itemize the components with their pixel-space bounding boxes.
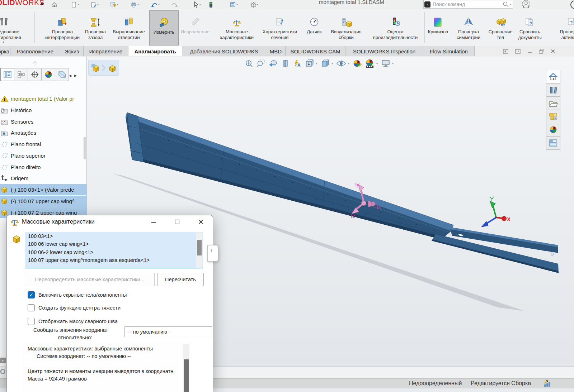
coordinate-system-combobox[interactable]: -- по умолчанию -- — [124, 326, 212, 337]
include-hidden-checkbox[interactable]: ✓ — [28, 291, 35, 298]
tab-solidworks-inspection[interactable]: SOLIDWORKS Inspection — [345, 46, 423, 56]
tab-sketch[interactable]: Эскиз — [60, 46, 84, 56]
zoom-area-icon[interactable] — [257, 59, 265, 68]
ribbon-button-sensor[interactable]: Датчик — [303, 10, 325, 45]
hide-show-caret-icon[interactable]: ▾ — [348, 62, 349, 65]
dimxpert-manager-tab-icon[interactable] — [55, 68, 69, 81]
menu-expand-icon[interactable]: ▶ — [41, 1, 44, 6]
task-pane-home-tab[interactable] — [546, 70, 560, 83]
selected-components-list[interactable]: 100 03<1> 100 06 lower cap wing<1> 100 0… — [25, 232, 203, 268]
selection-breadcrumbs[interactable] — [88, 60, 119, 76]
tab-flow-simulation[interactable]: Flow Simulation — [423, 46, 475, 56]
include-hidden-label[interactable]: Включить скрытые тела/компоненты — [38, 292, 127, 298]
file-properties-icon[interactable] — [229, 1, 237, 9]
dock-left-icon[interactable] — [501, 47, 510, 55]
design-study-caret-icon[interactable]: ▾ — [0, 40, 35, 44]
dialog-maximize-icon[interactable] — [171, 217, 183, 227]
command-search[interactable]: › Поиск команд ▾ — [423, 0, 513, 9]
component-list-item[interactable]: 100 06-2 lower cap wing<1> — [25, 248, 203, 257]
ribbon-button-symmetry-check[interactable]: Проверкасимметрии — [452, 10, 485, 45]
undo-caret-icon[interactable]: ▾ — [158, 3, 160, 6]
ribbon-button-mass-properties[interactable]: Массовыехарактеристики — [215, 10, 258, 45]
previous-view-icon[interactable] — [268, 59, 278, 68]
undo-icon[interactable] — [151, 1, 159, 9]
section-view-icon[interactable] — [281, 59, 290, 68]
view-settings-icon[interactable] — [381, 59, 390, 68]
ribbon-button-check-active-document[interactable]: ? Проверитьактивный — [548, 10, 574, 45]
print-icon[interactable] — [130, 1, 138, 9]
task-pane-file-explorer-tab[interactable] — [546, 110, 560, 123]
print-caret-icon[interactable]: ▾ — [137, 3, 139, 6]
close-icon[interactable]: ✕ — [548, 47, 557, 55]
new-document-icon[interactable] — [70, 1, 78, 9]
display-style-caret-icon[interactable]: ▾ — [331, 62, 333, 65]
tree-item-history[interactable]: Histórico — [0, 105, 86, 116]
tab-solidworks-cam[interactable]: SOLIDWORKS CAM — [285, 46, 345, 56]
select-pointer-icon[interactable] — [192, 1, 200, 9]
tree-item-component-100-07[interactable]: (-) 100 07 upper cap wing^ — [0, 196, 86, 207]
ribbon-button-compare-bodies[interactable]: =? Сравнениетел — [485, 10, 516, 45]
task-pane-design-library-tab[interactable] — [546, 96, 560, 110]
redo-icon[interactable] — [170, 1, 178, 9]
component-list-item[interactable]: 100 07 upper cap wing^montagem asa esque… — [25, 257, 203, 265]
view-orientation-icon[interactable] — [305, 59, 314, 68]
search-input[interactable]: Поиск команд — [433, 1, 503, 7]
open-caret-icon[interactable]: ▾ — [97, 3, 99, 6]
tab-solidworks-addins[interactable]: Добавления SOLIDWORKS — [182, 46, 266, 56]
options-caret-icon[interactable]: ▾ — [257, 3, 258, 6]
view-orientation-caret-icon[interactable]: ▾ — [316, 62, 317, 65]
restore-icon[interactable] — [537, 47, 546, 55]
feature-tree-tab-icon[interactable] — [0, 68, 14, 81]
task-pane-resources-tab[interactable] — [546, 83, 560, 97]
tab-assembly[interactable]: Сборка — [0, 46, 10, 56]
tree-item-right-plane[interactable]: Plano direito — [0, 162, 86, 173]
tree-item-front-plane[interactable]: Plano frontal — [0, 139, 86, 150]
save-warning-icon[interactable] — [109, 1, 117, 9]
apply-scene-caret-icon[interactable]: ▾ — [376, 62, 378, 65]
dialog-minimize-icon[interactable] — [147, 217, 160, 227]
tab-mbd[interactable]: MBD — [266, 46, 286, 56]
hide-show-items-icon[interactable] — [336, 59, 346, 68]
user-account-icon[interactable] — [522, 0, 530, 8]
tree-item-top-plane[interactable]: Plano superior — [0, 150, 86, 161]
search-caret-icon[interactable]: ▾ — [510, 3, 511, 6]
results-textbox[interactable]: Массовые характеристики: выбранные компо… — [25, 343, 190, 392]
component-part-icon[interactable] — [107, 63, 117, 72]
display-style-icon[interactable] — [320, 59, 330, 68]
recalculate-button[interactable]: Пересчитать — [157, 273, 204, 286]
list-scrollbar[interactable] — [196, 233, 202, 268]
ribbon-button-curvature[interactable]: Кривизна — [426, 10, 450, 45]
component-list-item[interactable]: 100 03<1> — [25, 232, 203, 240]
home-icon[interactable] — [50, 1, 58, 9]
options-flyout-partial[interactable]: Г — [207, 245, 218, 262]
results-scrollbar[interactable] — [183, 344, 189, 392]
rebuild-icon[interactable] — [207, 1, 215, 9]
create-cog-feature-checkbox[interactable] — [28, 304, 35, 311]
open-document-icon[interactable] — [90, 1, 98, 9]
edit-appearance-icon[interactable] — [353, 59, 362, 68]
tree-item-annotations[interactable]: A Anotações — [0, 127, 86, 138]
properties-caret-icon[interactable]: ▾ — [236, 3, 238, 6]
show-weld-mass-checkbox[interactable] — [28, 318, 35, 325]
tab-evaluate[interactable]: Анализировать — [128, 46, 182, 56]
mass-properties-dialog[interactable]: Массовые характеристики ✕ 100 03<1> 100 … — [6, 215, 213, 392]
tree-item-sensors[interactable]: Sensores — [0, 116, 86, 127]
tree-item-origin[interactable]: Origem — [0, 173, 86, 184]
minimize-icon[interactable] — [525, 47, 535, 55]
performance-status-icon[interactable] — [543, 379, 551, 389]
create-cog-feature-label[interactable]: Создать функцию центра тяжести — [38, 305, 121, 311]
view-settings-caret-icon[interactable]: ▾ — [392, 62, 394, 65]
panel-tab-scroll-arrows[interactable]: ◀▶ — [69, 74, 80, 77]
ribbon-button-interference-check[interactable]: Проверкаинтерференции — [39, 10, 85, 45]
save-caret-icon[interactable]: ▾ — [117, 3, 118, 6]
ribbon-button-section-properties[interactable]: Характеристикисечения — [259, 10, 301, 45]
ribbon-button-assembly-visualization[interactable]: Визуализациясборки — [327, 10, 365, 45]
apply-scene-icon[interactable] — [365, 59, 375, 68]
list-scrollbar-thumb[interactable] — [197, 240, 202, 255]
annotations-visibility-icon[interactable]: A — [293, 59, 301, 68]
select-caret-icon[interactable]: ▾ — [199, 3, 201, 6]
task-pane-custom-properties-tab[interactable] — [546, 136, 560, 150]
configuration-manager-tab-icon[interactable] — [28, 68, 42, 81]
zoom-fit-icon[interactable] — [245, 59, 253, 68]
tab-repair[interactable]: Исправление — [83, 46, 128, 56]
